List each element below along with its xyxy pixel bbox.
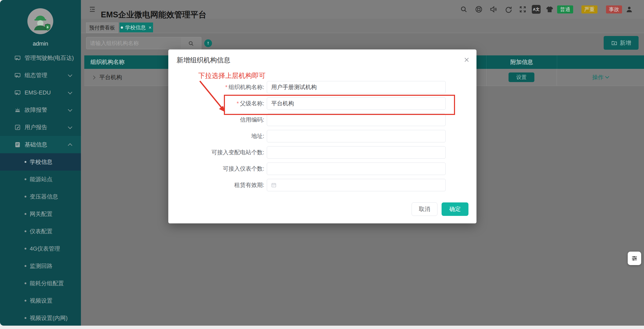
sidebar-item-meter-config[interactable]: 仪表配置 [0,223,81,240]
search-input[interactable] [86,37,185,49]
folder-plus-icon [611,40,617,46]
bullet-icon [25,178,26,180]
edit-icon [14,124,21,131]
sidebar-item-config-mgmt[interactable]: 组态管理 [0,67,81,84]
row-action-dropdown[interactable]: 操作 [557,69,644,86]
sidebar-collapse-icon[interactable] [89,6,96,13]
credit-code-input[interactable] [267,114,446,126]
add-org-modal: 新增组织机构信息 下拉选择上层机构即可 *组织机构名称: *父级名称: 信用编码… [168,49,476,223]
field-label: 可接入仪表个数: [168,165,264,173]
calendar-icon[interactable] [271,182,277,188]
form-row-parent-name: *父级名称: [168,97,476,110]
required-marker: * [225,84,228,90]
cancel-button[interactable]: 取消 [412,202,437,216]
bullet-icon [25,213,26,215]
org-name-cell: 平台机构 [99,69,122,86]
sidebar-item-cockpit[interactable]: 管理驾驶舱(电百达) [0,49,81,67]
column-divider [486,69,487,86]
tab-close-icon[interactable] [148,26,152,29]
tab-bar: 预付费看板 学校信息 [81,19,644,33]
form-row-lease-validity: 租赁有效期: [168,179,476,191]
user-icon[interactable] [625,5,633,13]
screen-icon [14,72,21,79]
sidebar-item-video-settings[interactable]: 视频设置 [0,292,81,309]
engineer-avatar-icon [29,10,51,32]
refresh-icon[interactable] [504,5,512,13]
required-marker: * [237,100,239,107]
bullet-icon [25,265,26,267]
tab-prepaid-dashboard[interactable]: 预付费看板 [86,23,118,33]
username: admin [0,40,81,47]
confirm-button[interactable]: 确定 [442,202,468,216]
chevron-down-icon [68,90,72,94]
sidebar: admin 管理驾驶舱(电百达) 组态管理 EMS-EDU [0,0,81,326]
bullet-icon [25,317,26,319]
add-button[interactable]: 新增 [604,36,639,50]
field-label: 父级名称: [240,100,264,107]
sidebar-item-basic-info[interactable]: 基础信息 [0,136,81,153]
sidebar-item-gateway-config[interactable]: 网关配置 [0,205,81,223]
expand-chevron-icon[interactable] [92,76,96,80]
search-icon[interactable] [460,5,468,13]
theme-shirt-icon[interactable] [546,5,554,13]
book-icon [14,141,21,148]
form-row-substation-count: 可接入变配电站个数: [168,146,476,159]
substation-count-input[interactable] [267,146,446,159]
bottom-scroll-strip [0,326,644,329]
layout-settings-button[interactable] [628,252,641,265]
settings-button[interactable]: 设置 [509,72,534,82]
address-input[interactable] [267,130,446,142]
field-label: 可接入变配电站个数: [168,149,264,156]
active-dot-icon [121,26,123,29]
column-header-extra-info: 附加信息 [486,55,557,69]
form-row-meter-count: 可接入仪表个数: [168,163,476,175]
status-badge-accident[interactable]: 事故 [606,5,622,13]
form-row-address: 地址: [168,130,476,142]
annotation-hint-text: 下拉选择上层机构即可 [198,71,266,80]
lease-validity-date-input[interactable] [267,179,446,191]
help-icon[interactable] [475,5,483,13]
bullet-icon [25,230,26,232]
avatar [27,8,53,34]
sidebar-item-energy-station[interactable]: 能源站点 [0,171,81,188]
field-label: 地址: [168,132,264,140]
field-label: 组织机构名称: [229,84,264,90]
tab-school-info[interactable]: 学校信息 [119,23,153,32]
sidebar-item-fault-alarm[interactable]: 故障报警 [0,101,81,119]
screen-icon [14,89,21,96]
sidebar-item-transformer-info[interactable]: 变压器信息 [0,188,81,205]
sidebar-item-school-info[interactable]: 学校信息 [0,153,81,171]
speaker-icon[interactable] [489,5,497,13]
meter-count-input[interactable] [267,163,446,175]
screen-icon [14,55,21,61]
translate-icon[interactable]: A文 [532,5,541,14]
field-label: 信用编码: [168,116,264,124]
sidebar-item-energy-group-config[interactable]: 能耗分组配置 [0,275,81,292]
bullet-icon [25,282,26,284]
org-name-input[interactable] [267,81,446,93]
chevron-down-icon [68,125,72,129]
modal-title: 新增组织机构信息 [177,56,230,65]
sliders-icon [631,255,638,262]
field-label: 租赁有效期: [168,181,264,189]
info-exclamation-icon[interactable] [204,39,212,47]
bullet-icon [25,248,26,250]
modal-close-icon[interactable] [464,57,470,63]
fullscreen-icon[interactable] [519,5,527,13]
sidebar-item-monitor-circuit[interactable]: 监测回路 [0,257,81,275]
bullet-icon [25,196,26,198]
status-badge-normal[interactable]: 普通 [557,5,573,13]
chevron-down-icon [605,75,609,79]
modal-form: *组织机构名称: *父级名称: 信用编码: 地址: 可接入变配电站个数: 可接入… [168,81,476,195]
form-row-credit-code: 信用编码: [168,114,476,126]
chevron-down-icon [68,107,72,112]
alarm-icon [14,107,21,113]
search-button[interactable] [181,37,201,50]
sidebar-item-video-settings-intranet[interactable]: 视频设置(内网) [0,309,81,327]
sidebar-item-ems-edu[interactable]: EMS-EDU [0,84,81,101]
app-root: admin 管理驾驶舱(电百达) 组态管理 EMS-EDU [0,0,644,329]
sidebar-item-user-report[interactable]: 用户报告 [0,119,81,136]
parent-name-select[interactable] [267,97,446,110]
status-badge-severe[interactable]: 严重 [581,5,597,13]
sidebar-item-4g-meter-mgmt[interactable]: 4G仪表管理 [0,240,81,257]
